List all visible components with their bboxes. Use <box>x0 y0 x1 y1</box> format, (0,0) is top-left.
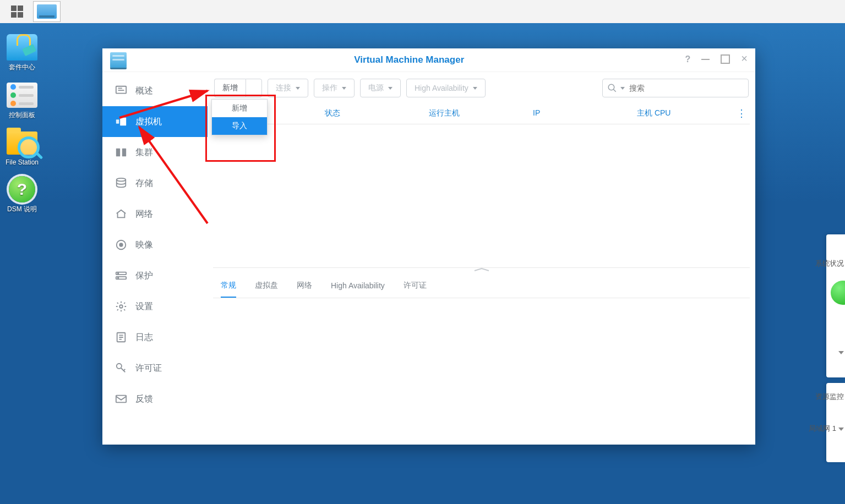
tab-general[interactable]: 常规 <box>221 281 236 291</box>
monitor-label: 资源监控 <box>815 392 844 402</box>
sidebar-item-label: 许可证 <box>135 363 162 374</box>
ha-button[interactable]: High Availability <box>406 79 486 97</box>
col-hosts[interactable]: 运行主机 <box>421 103 525 124</box>
search-box[interactable] <box>602 79 749 97</box>
add-dropdown-menu: 新增 导入 <box>211 99 268 135</box>
gear-icon <box>115 300 128 313</box>
key-icon <box>115 362 128 374</box>
operate-button[interactable]: 操作 <box>314 79 355 97</box>
storage-icon <box>115 177 128 189</box>
tab-vdisk[interactable]: 虚拟盘 <box>255 281 278 291</box>
network-icon <box>115 208 128 220</box>
dropdown-item-import[interactable]: 导入 <box>212 117 267 135</box>
annotation-arrow-1 <box>119 87 219 122</box>
sidebar-item-license[interactable]: 许可证 <box>102 353 208 384</box>
drag-handle-icon[interactable] <box>473 267 490 272</box>
chevron-down-icon <box>620 87 625 90</box>
svg-point-12 <box>119 305 123 308</box>
log-icon <box>115 331 128 343</box>
column-menu-button[interactable]: ⋮ <box>733 103 750 124</box>
svg-point-16 <box>608 84 614 90</box>
table-header: 状态 运行主机 IP 主机 CPU ⋮ <box>213 103 750 124</box>
sidebar-item-log[interactable]: 日志 <box>102 322 208 353</box>
top-taskbar <box>0 0 845 23</box>
annotation-arrow-2 <box>136 122 219 228</box>
apps-grid-icon[interactable] <box>3 1 31 22</box>
window-titlebar: Virtual Machine Manager ? × <box>102 48 755 72</box>
sidebar-item-label: 日志 <box>135 332 153 343</box>
sidebar-item-label: 保护 <box>135 270 153 282</box>
svg-rect-4 <box>122 149 126 157</box>
desktop-icon-file-station[interactable]: File Station <box>2 130 42 166</box>
desktop-icon-label: File Station <box>6 158 39 166</box>
desktop-icon-label: DSM 说明 <box>7 205 37 214</box>
window-close-button[interactable]: × <box>741 54 748 66</box>
chevron-down-icon <box>342 87 346 90</box>
svg-line-18 <box>139 127 208 223</box>
main-panel: 新增 连接 操作 电源 High Availability 新增 <box>208 72 755 445</box>
tab-license[interactable]: 许可证 <box>404 281 427 291</box>
svg-rect-2 <box>116 119 119 123</box>
search-input[interactable] <box>628 83 744 93</box>
vmm-window: Virtual Machine Manager ? × 概述 虚拟机 <box>102 48 755 445</box>
window-help-button[interactable]: ? <box>685 54 691 66</box>
expand-caret-icon[interactable] <box>836 348 844 356</box>
sidebar-item-protect[interactable]: 保护 <box>102 260 208 291</box>
desktop-icon-dsm-help[interactable]: ? DSM 说明 <box>2 176 42 214</box>
svg-rect-3 <box>116 149 120 157</box>
power-button[interactable]: 电源 <box>360 79 401 97</box>
svg-point-11 <box>118 277 119 278</box>
sidebar-item-label: 反馈 <box>135 393 153 405</box>
protect-icon <box>115 270 128 282</box>
status-label: 系统状况 <box>815 259 844 269</box>
desktop-icon-package-center[interactable]: 套件中心 <box>2 34 42 72</box>
col-cpu[interactable]: 主机 CPU <box>629 103 733 124</box>
toolbar: 新增 连接 操作 电源 High Availability <box>213 76 750 103</box>
desktop-icon-label: 套件中心 <box>9 63 35 72</box>
mail-icon <box>115 393 128 405</box>
vmm-app-icon <box>110 52 127 68</box>
image-icon <box>115 239 128 251</box>
svg-point-5 <box>117 178 126 182</box>
cluster-icon <box>115 146 128 158</box>
svg-rect-15 <box>116 396 126 403</box>
col-ip[interactable]: IP <box>525 103 629 124</box>
tab-ha[interactable]: High Availability <box>331 281 385 290</box>
detail-tabs: 常规 虚拟盘 网络 High Availability 许可证 <box>213 273 750 298</box>
svg-line-17 <box>119 91 208 118</box>
sidebar-item-label: 映像 <box>135 239 153 251</box>
vmm-taskbar-icon[interactable] <box>33 1 61 22</box>
chevron-down-icon <box>296 87 300 90</box>
window-maximize-button[interactable] <box>721 54 730 66</box>
svg-point-10 <box>118 273 119 274</box>
lan-label: 局域网 1 <box>809 424 844 434</box>
sidebar-item-label: 设置 <box>135 301 153 313</box>
chevron-down-icon <box>388 87 392 90</box>
tab-network[interactable]: 网络 <box>297 281 312 291</box>
search-icon <box>607 83 617 93</box>
desktop-icon-control-panel[interactable]: 控制面板 <box>2 82 42 120</box>
right-panel-system-status <box>826 234 845 377</box>
dropdown-item-add[interactable]: 新增 <box>212 100 267 117</box>
col-status[interactable]: 状态 <box>317 103 421 124</box>
sidebar-item-image[interactable]: 映像 <box>102 229 208 260</box>
sidebar-item-feedback[interactable]: 反馈 <box>102 384 208 414</box>
window-minimize-button[interactable] <box>701 54 710 66</box>
svg-point-7 <box>119 243 123 246</box>
chevron-down-icon <box>473 87 477 90</box>
window-title: Virtual Machine Manager <box>133 54 685 65</box>
sidebar-item-settings[interactable]: 设置 <box>102 291 208 322</box>
svg-point-14 <box>117 364 122 369</box>
desktop-icon-label: 控制面板 <box>9 111 35 120</box>
detail-split: 常规 虚拟盘 网络 High Availability 许可证 <box>213 267 750 298</box>
